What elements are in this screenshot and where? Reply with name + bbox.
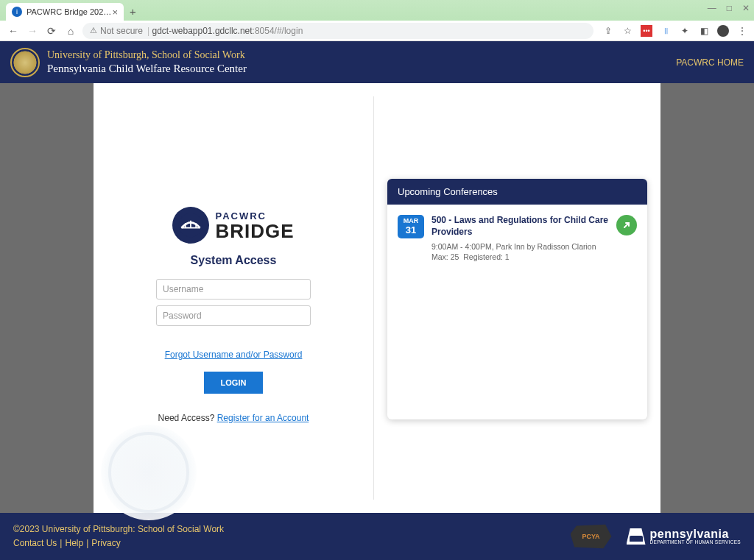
- keystone-icon: [627, 528, 646, 545]
- conference-registration: Max: 25 Registered: 1: [431, 252, 609, 261]
- watermark-seal-icon: [101, 425, 197, 520]
- extension-icon[interactable]: •••: [641, 25, 652, 37]
- extension-icon[interactable]: ⫴: [660, 25, 672, 37]
- pcya-logo-icon: PCYA: [571, 523, 612, 550]
- username-input[interactable]: [156, 279, 311, 300]
- bookmark-icon[interactable]: ☆: [621, 25, 633, 37]
- system-access-heading: System Access: [191, 254, 277, 267]
- tab-close-icon[interactable]: ×: [112, 7, 118, 18]
- need-access-text: Need Access? Register for an Account: [158, 413, 309, 423]
- app-footer: ©2023 University of Pittsburgh: School o…: [0, 513, 754, 560]
- footer-copyright: ©2023 University of Pittsburgh: School o…: [13, 522, 571, 536]
- conference-title: 500 - Laws and Regulations for Child Car…: [431, 215, 609, 238]
- header-university: University of Pittsburgh, School of Soci…: [47, 49, 676, 61]
- url-host: gdct-webapp01.gdcllc.net: [152, 26, 252, 36]
- tab-title: PACWRC Bridge 2023.03.02: [27, 7, 112, 16]
- app-header: University of Pittsburgh, School of Soci…: [0, 41, 754, 83]
- password-input[interactable]: [156, 305, 311, 326]
- university-seal-icon: [10, 48, 40, 77]
- new-tab-button[interactable]: +: [130, 5, 136, 21]
- header-center: Pennsylvania Child Welfare Resource Cent…: [47, 63, 676, 75]
- open-conference-button[interactable]: [616, 215, 637, 235]
- conference-item: MAR 31 500 - Laws and Regulations for Ch…: [398, 215, 637, 261]
- conference-time-location: 9:00AM - 4:00PM, Park Inn by Radisson Cl…: [431, 242, 609, 251]
- browser-tab[interactable]: i PACWRC Bridge 2023.03.02 ×: [6, 3, 124, 21]
- tab-favicon-icon: i: [12, 7, 22, 17]
- window-close-icon[interactable]: ✕: [742, 3, 750, 13]
- window-minimize-icon[interactable]: ―: [708, 3, 716, 13]
- window-maximize-icon[interactable]: □: [727, 3, 732, 13]
- reading-list-icon[interactable]: ◧: [698, 25, 710, 37]
- bridge-logo-icon: [172, 207, 209, 244]
- date-badge: MAR 31: [398, 215, 424, 238]
- login-button[interactable]: LOGIN: [204, 372, 263, 394]
- nav-bar: ← → ⟳ ⌂ ⚠ Not secure | gdct-webapp01.gdc…: [0, 21, 754, 41]
- date-day: 31: [398, 225, 424, 235]
- app-body: PACWRC BRIDGE System Access Forgot Usern…: [0, 83, 754, 513]
- reload-button[interactable]: ⟳: [44, 25, 59, 37]
- security-label: Not secure: [100, 26, 143, 36]
- footer-help-link[interactable]: Help: [65, 538, 83, 548]
- home-button[interactable]: ⌂: [63, 25, 78, 37]
- forgot-password-link[interactable]: Forgot Username and/or Password: [165, 350, 303, 360]
- security-warning-icon: ⚠: [90, 26, 97, 35]
- address-bar[interactable]: ⚠ Not secure | gdct-webapp01.gdcllc.net:…: [82, 23, 593, 39]
- card-header: Upcoming Conferences: [387, 179, 647, 205]
- footer-privacy-link[interactable]: Privacy: [91, 538, 120, 548]
- register-link[interactable]: Register for an Account: [217, 413, 309, 423]
- upcoming-conferences-card: Upcoming Conferences MAR 31 500 - Laws a…: [387, 179, 647, 419]
- app-logo: PACWRC BRIDGE: [172, 207, 294, 244]
- browser-menu-icon[interactable]: ⋮: [736, 25, 748, 37]
- pacwrc-home-link[interactable]: PACWRC HOME: [676, 57, 744, 68]
- pennsylvania-dhs-logo: pennsylvania DEPARTMENT OF HUMAN SERVICE…: [627, 528, 741, 545]
- url-path: :8054/#/login: [253, 26, 303, 36]
- profile-avatar-icon[interactable]: [717, 25, 729, 37]
- browser-chrome: ― □ ✕ i PACWRC Bridge 2023.03.02 × + ← →…: [0, 0, 754, 41]
- extensions-menu-icon[interactable]: ✦: [679, 25, 691, 37]
- forward-button: →: [25, 25, 40, 37]
- login-column: PACWRC BRIDGE System Access Forgot Usern…: [94, 83, 373, 513]
- back-button[interactable]: ←: [6, 25, 21, 37]
- content-panel: PACWRC BRIDGE System Access Forgot Usern…: [94, 83, 660, 513]
- logo-title: BRIDGE: [215, 221, 294, 241]
- arrow-up-right-icon: [621, 220, 632, 230]
- footer-contact-link[interactable]: Contact Us: [13, 538, 57, 548]
- tab-bar: i PACWRC Bridge 2023.03.02 × +: [0, 0, 754, 21]
- share-icon[interactable]: ⇪: [602, 25, 614, 37]
- conferences-column: Upcoming Conferences MAR 31 500 - Laws a…: [374, 83, 660, 513]
